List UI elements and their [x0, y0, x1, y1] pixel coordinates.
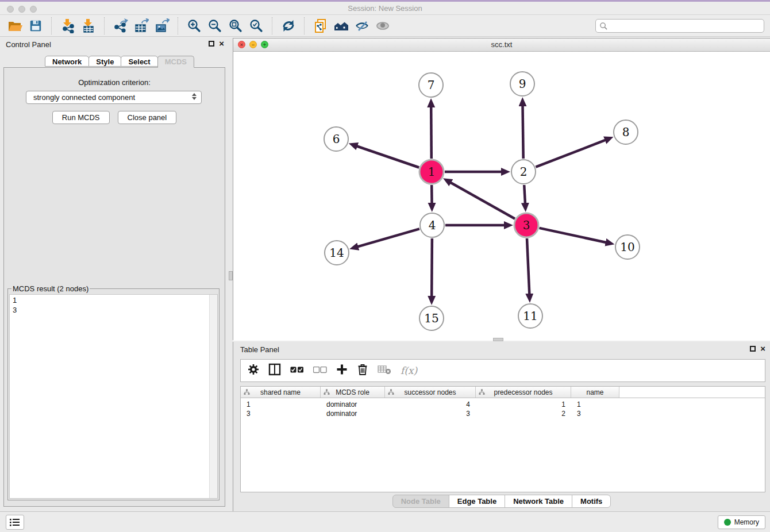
hide-graphics-details-button[interactable] [352, 17, 372, 35]
network-overview-button[interactable] [331, 17, 352, 35]
refresh-icon [281, 18, 296, 33]
network-window: × − + scc.txt 7968124314101511 [233, 38, 770, 340]
edge-3-1[interactable] [450, 182, 515, 219]
cell-name[interactable]: 3 [571, 410, 619, 418]
cell-successor-nodes[interactable]: 3 [385, 410, 476, 418]
zoom-out-button[interactable] [205, 17, 225, 35]
network-resize-grip[interactable] [493, 338, 503, 341]
zoom-in-button[interactable] [184, 17, 205, 35]
table-settings-button[interactable] [248, 364, 259, 377]
edge-2-3[interactable] [524, 185, 525, 204]
cell-predecessor-nodes[interactable]: 2 [476, 410, 571, 418]
table-body: 1dominator4113dominator323 [241, 400, 765, 418]
edge-3-11[interactable] [527, 238, 529, 295]
cell-shared-name[interactable]: 1 [241, 400, 321, 408]
float-panel-icon[interactable] [209, 41, 214, 47]
os-title-bar: Session: New Session [0, 0, 770, 15]
network-window-titlebar[interactable]: × − + scc.txt [233, 38, 770, 52]
search-input[interactable] [608, 20, 764, 32]
table-row-2[interactable]: 3dominator323 [241, 409, 765, 418]
tab-motifs[interactable]: Motifs [572, 495, 611, 508]
open-file-button[interactable] [5, 17, 25, 35]
tab-node-table[interactable]: Node Table [392, 495, 449, 508]
table-row-1[interactable]: 1dominator411 [241, 400, 765, 409]
cell-name[interactable]: 1 [571, 400, 619, 408]
import-network-button[interactable] [57, 17, 78, 35]
create-column-button[interactable] [336, 364, 348, 377]
columns-icon [268, 363, 281, 376]
control-panel-tabs: NetworkStyleSelectMCDS [45, 56, 194, 68]
network-canvas[interactable]: 7968124314101511 [233, 52, 770, 341]
deselect-all-columns-button[interactable] [313, 365, 327, 376]
select-stepper-icon [192, 93, 197, 100]
cell-predecessor-nodes[interactable]: 1 [476, 400, 571, 408]
show-columns-button[interactable] [268, 363, 281, 378]
show-graphics-details-button[interactable] [372, 17, 393, 35]
plus-icon [336, 364, 348, 375]
column-header-shared-name[interactable]: shared name [241, 387, 321, 398]
close-panel-button[interactable]: Close panel [118, 111, 177, 124]
mcds-result-box[interactable]: 1 3 [9, 294, 218, 499]
export-network-button[interactable] [110, 17, 131, 35]
column-label: shared name [260, 388, 301, 396]
delete-table-icon [378, 364, 391, 375]
cell-MCDS-role[interactable]: dominator [321, 410, 385, 418]
unchecked-boxes-icon [313, 367, 327, 373]
column-header-name[interactable]: name [571, 387, 619, 398]
edge-2-9[interactable] [523, 105, 523, 159]
import-network-icon [60, 18, 75, 33]
memory-button[interactable]: Memory [718, 515, 765, 529]
splitter-handle[interactable] [229, 271, 233, 280]
edge-1-6[interactable] [356, 146, 419, 168]
float-table-panel-icon[interactable] [750, 346, 756, 352]
zoom-fit-button[interactable] [225, 17, 246, 35]
apply-layout-button[interactable] [278, 17, 299, 35]
import-table-button[interactable] [78, 17, 99, 35]
hierarchy-icon [244, 389, 250, 395]
export-table-button[interactable] [131, 17, 152, 35]
task-history-button[interactable] [6, 515, 24, 530]
hierarchy-icon [479, 389, 485, 395]
hierarchy-icon [324, 389, 330, 395]
node-label-1: 1 [428, 165, 436, 179]
duplicate-network-button[interactable] [310, 17, 331, 35]
edge-1-7[interactable] [431, 106, 432, 159]
tab-network[interactable]: Network [45, 56, 89, 67]
tab-network-table[interactable]: Network Table [505, 495, 572, 508]
main-toolbar [0, 15, 770, 37]
edge-4-14[interactable] [357, 229, 419, 246]
export-table-icon [134, 18, 149, 33]
column-header-MCDS-role[interactable]: MCDS role [321, 387, 385, 398]
zoom-selected-button[interactable] [246, 17, 267, 35]
select-all-columns-button[interactable] [290, 365, 304, 376]
run-mcds-button[interactable]: Run MCDS [52, 111, 110, 124]
edge-4-15[interactable] [432, 238, 432, 297]
column-label: name [586, 388, 603, 396]
duplicate-network-icon [313, 18, 328, 33]
edge-2-8[interactable] [536, 140, 606, 167]
delete-column-button[interactable] [357, 363, 368, 378]
close-table-panel-icon[interactable]: × [760, 345, 765, 352]
cell-shared-name[interactable]: 3 [241, 410, 321, 418]
save-session-button[interactable] [25, 17, 46, 35]
tab-edge-table[interactable]: Edge Table [449, 495, 505, 508]
function-builder-button[interactable]: f(x) [401, 365, 417, 376]
edge-3-10[interactable] [540, 228, 607, 242]
delete-table-button[interactable] [378, 364, 391, 377]
node-label-3: 3 [523, 218, 530, 232]
export-image-button[interactable] [152, 17, 172, 35]
tab-mcds[interactable]: MCDS [157, 56, 194, 68]
panel-splitter[interactable] [229, 37, 233, 511]
toolbar-separator [104, 17, 105, 34]
cell-MCDS-role[interactable]: dominator [321, 400, 385, 408]
search-box[interactable] [595, 19, 764, 33]
tab-style[interactable]: Style [88, 56, 121, 67]
result-scrollbar[interactable] [209, 295, 217, 498]
close-panel-icon[interactable]: × [219, 40, 224, 47]
cell-successor-nodes[interactable]: 4 [385, 400, 476, 408]
criterion-select[interactable]: strongly connected component [26, 91, 202, 104]
column-header-predecessor-nodes[interactable]: predecessor nodes [476, 387, 571, 398]
tab-select[interactable]: Select [121, 56, 157, 67]
column-header-successor-nodes[interactable]: successor nodes [385, 387, 476, 398]
table-panel-tabs: Node TableEdge TableNetwork TableMotifs [233, 495, 770, 508]
